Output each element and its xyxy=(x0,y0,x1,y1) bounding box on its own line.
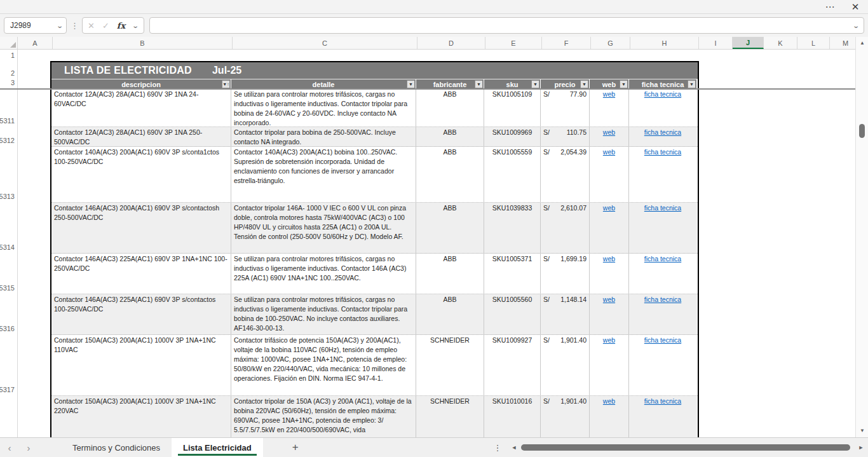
filter-sorted-icon[interactable]: ▼↑ xyxy=(222,80,230,88)
column-header-D[interactable]: D xyxy=(417,37,485,49)
filter-dropdown-icon[interactable]: ▼ xyxy=(475,80,483,88)
filter-dropdown-icon[interactable]: ▼ xyxy=(580,80,588,88)
cell-web[interactable]: web xyxy=(590,127,629,146)
horizontal-scrollbar-track[interactable] xyxy=(519,443,857,452)
cell-sku[interactable]: SKU1009969 xyxy=(484,127,541,146)
cell-ficha[interactable]: ficha tecnica xyxy=(629,254,696,294)
row-header-5315[interactable]: 5315 xyxy=(0,284,15,292)
cell-descripcion[interactable]: Contactor 146A(AC3) 225A(AC1) 690V 3P 1N… xyxy=(51,254,231,294)
sheet-tab-lista-electricidad[interactable]: Lista Electricidad xyxy=(172,438,263,457)
cancel-entry-icon[interactable]: ✕ xyxy=(88,21,95,31)
sheet-tab-terminos[interactable]: Terminos y Condiciones xyxy=(61,438,172,457)
column-header-F[interactable]: F xyxy=(542,37,591,49)
web-link[interactable]: web xyxy=(603,296,615,303)
formula-bar-expand-icon[interactable]: ⌄ xyxy=(852,22,860,29)
table-title-row[interactable]: LISTA DE ELECTRICIDAD Jul-25 xyxy=(51,62,698,79)
cell-fabricante[interactable]: ABB xyxy=(416,89,484,126)
scroll-left-icon[interactable]: ◄ xyxy=(510,444,519,451)
web-link[interactable]: web xyxy=(603,204,615,212)
row-header-3[interactable]: 3 xyxy=(11,79,15,86)
cell-descripcion[interactable]: Contactor 146A(AC3) 200A(AC1) 690V 3P s/… xyxy=(51,203,231,253)
table-header-sku[interactable]: sku▼ xyxy=(484,79,541,89)
horizontal-scrollbar-thumb[interactable] xyxy=(521,444,850,451)
cell-ficha[interactable]: ficha tecnica xyxy=(629,203,696,253)
ficha-tecnica-link[interactable]: ficha tecnica xyxy=(644,296,681,303)
web-link[interactable]: web xyxy=(603,148,615,156)
cell-precio[interactable]: S/110.75 xyxy=(541,127,590,146)
cell-sku[interactable]: SKU1009927 xyxy=(484,335,541,395)
cell-fabricante[interactable]: ABB xyxy=(416,147,484,202)
name-box[interactable]: J2989 ⌄ xyxy=(4,17,67,34)
table-header-detalle[interactable]: detalle▼ xyxy=(231,79,416,89)
cell-web[interactable]: web xyxy=(590,396,629,437)
row-header-5311[interactable]: 5311 xyxy=(0,117,15,125)
cell-sku[interactable]: SKU1005109 xyxy=(484,89,541,126)
cell-precio[interactable]: S/1,699.19 xyxy=(541,254,590,294)
ficha-tecnica-link[interactable]: ficha tecnica xyxy=(644,255,681,263)
column-header-L[interactable]: L xyxy=(797,37,830,49)
ficha-tecnica-link[interactable]: ficha tecnica xyxy=(644,148,681,156)
filter-dropdown-icon[interactable]: ▼ xyxy=(407,80,415,88)
table-header-fabricante[interactable]: fabricante▼ xyxy=(416,79,484,89)
filter-dropdown-icon[interactable]: ▼ xyxy=(620,80,628,88)
column-header-I[interactable]: I xyxy=(699,37,733,49)
cell-detalle[interactable]: Contactor 140A(AC3) 200A(AC1) bobina 100… xyxy=(231,147,416,202)
cell-precio[interactable]: S/2,054.39 xyxy=(541,147,590,202)
cell-web[interactable]: web xyxy=(590,254,629,294)
web-link[interactable]: web xyxy=(603,397,615,405)
cell-ficha[interactable]: ficha tecnica xyxy=(629,127,696,146)
formula-input[interactable]: ⌄ xyxy=(149,17,864,34)
select-all-corner[interactable] xyxy=(0,37,18,49)
filter-dropdown-icon[interactable]: ▼ xyxy=(531,80,539,88)
cell-detalle[interactable]: Contactor tripolar de 150A (AC3) y 200A … xyxy=(231,396,416,437)
cell-detalle[interactable]: Contactor tripolar para bobina de 250-50… xyxy=(231,127,416,146)
sheet-bar-kebab-icon[interactable]: ⋮ xyxy=(491,438,505,457)
cell-descripcion[interactable]: Contactor 150A(AC3) 200A(AC1) 1000V 3P 1… xyxy=(51,335,231,395)
more-options-icon[interactable]: ⋯ xyxy=(817,0,843,14)
cell-detalle[interactable]: Se utilizan para controlar motores trifá… xyxy=(231,294,416,334)
cell-sku[interactable]: SKU1039833 xyxy=(484,203,541,253)
cell-ficha[interactable]: ficha tecnica xyxy=(629,396,696,437)
vertical-scrollbar-thumb[interactable] xyxy=(859,124,865,138)
ficha-tecnica-link[interactable]: ficha tecnica xyxy=(644,128,681,136)
confirm-entry-icon[interactable]: ✓ xyxy=(102,21,109,31)
row-header-5316[interactable]: 5316 xyxy=(0,325,15,332)
cell-fabricante[interactable]: ABB xyxy=(416,203,484,253)
cell-sku[interactable]: SKU1005560 xyxy=(484,294,541,334)
row-header-5314[interactable]: 5314 xyxy=(0,243,15,251)
ficha-tecnica-link[interactable]: ficha tecnica xyxy=(644,90,681,98)
cell-fabricante[interactable]: SCHNEIDER xyxy=(416,335,484,395)
column-header-A[interactable]: A xyxy=(18,37,53,49)
cell-sku[interactable]: SKU1005559 xyxy=(484,147,541,202)
ficha-tecnica-link[interactable]: ficha tecnica xyxy=(644,397,681,405)
row-header-5313[interactable]: 5313 xyxy=(0,193,15,200)
cell-descripcion[interactable]: Contactor 12A(AC3) 28A(AC1) 690V 3P 1NA … xyxy=(51,89,231,126)
column-header-E[interactable]: E xyxy=(485,37,542,49)
cell-web[interactable]: web xyxy=(590,294,629,334)
horizontal-scrollbar[interactable]: ◄ ► xyxy=(510,438,865,457)
cell-ficha[interactable]: ficha tecnica xyxy=(629,335,696,395)
row-header-5317[interactable]: 5317 xyxy=(0,386,15,393)
cell-detalle[interactable]: Contactor trifásico de potencia 150A(AC3… xyxy=(231,335,416,395)
web-link[interactable]: web xyxy=(603,128,615,136)
cell-web[interactable]: web xyxy=(590,335,629,395)
table-header-web[interactable]: web▼ xyxy=(590,79,629,89)
column-header-C[interactable]: C xyxy=(233,37,417,49)
column-header-K[interactable]: K xyxy=(764,37,797,49)
cell-sku[interactable]: SKU1005371 xyxy=(484,254,541,294)
table-header-descripcion[interactable]: descripcion▼↑ xyxy=(51,79,231,89)
ficha-tecnica-link[interactable]: ficha tecnica xyxy=(644,336,681,344)
cell-web[interactable]: web xyxy=(590,147,629,202)
prev-sheet-icon[interactable]: ‹ xyxy=(0,438,19,457)
cell-sku[interactable]: SKU1010016 xyxy=(484,396,541,437)
row-header-5312[interactable]: 5312 xyxy=(0,137,15,144)
web-link[interactable]: web xyxy=(603,255,615,263)
cell-web[interactable]: web xyxy=(590,89,629,126)
cell-fabricante[interactable]: ABB xyxy=(416,294,484,334)
cell-fabricante[interactable]: ABB xyxy=(416,127,484,146)
column-header-J[interactable]: J xyxy=(733,37,764,49)
cell-detalle[interactable]: Contactor tripolar 146A- 1000 V IEC o 60… xyxy=(231,203,416,253)
add-sheet-icon[interactable]: + xyxy=(281,438,310,457)
cell-descripcion[interactable]: Contactor 146A(AC3) 225A(AC1) 690V 3P s/… xyxy=(51,294,231,334)
insert-function-icon[interactable]: fx xyxy=(117,21,125,31)
